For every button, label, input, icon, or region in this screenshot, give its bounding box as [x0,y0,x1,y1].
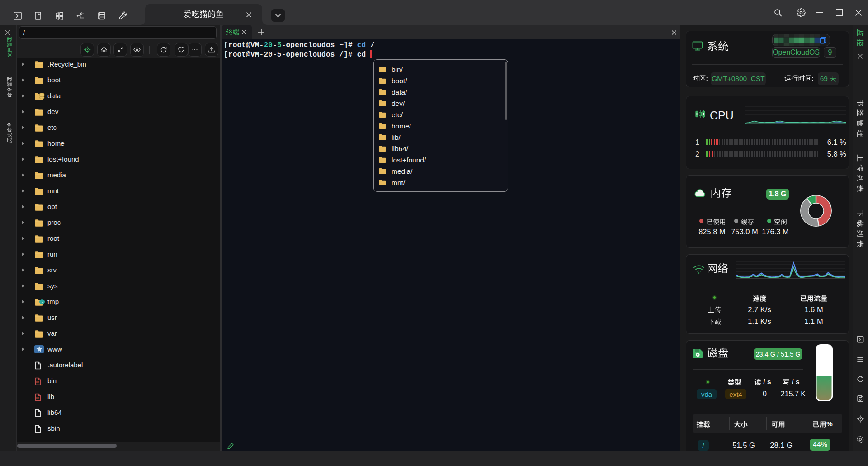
svg-text:01: 01 [36,396,40,399]
svg-text:01: 01 [36,380,40,384]
